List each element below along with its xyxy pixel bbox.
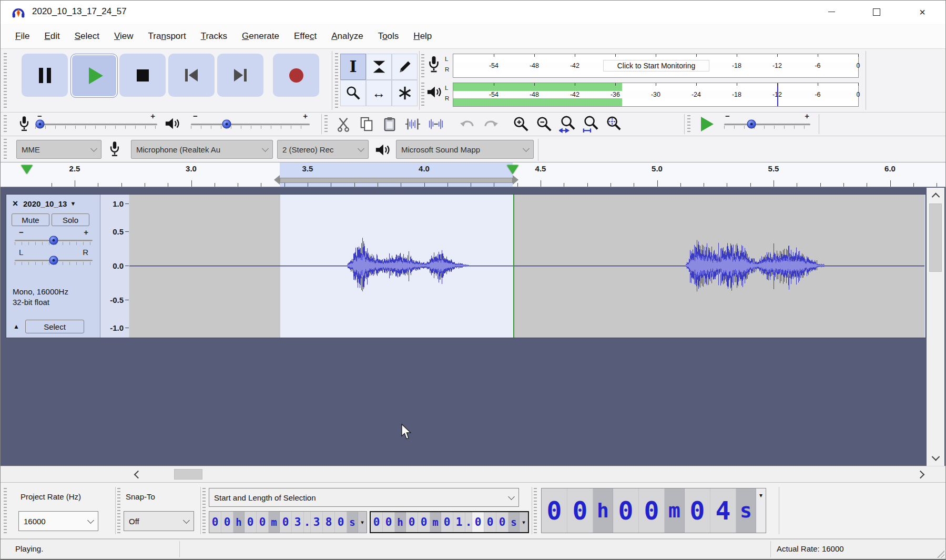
menu-generate[interactable]: Generate <box>235 31 287 42</box>
time-digit[interactable]: 0 <box>280 512 292 533</box>
monitor-hint[interactable]: Click to Start Monitoring <box>603 60 709 72</box>
slider-knob[interactable] <box>222 120 231 129</box>
menu-analyze[interactable]: Analyze <box>324 31 370 42</box>
envelope-tool-button[interactable] <box>366 54 392 80</box>
time-digit[interactable]: 0 <box>209 512 221 533</box>
menu-help[interactable]: Help <box>406 31 439 42</box>
time-digit[interactable]: 0 <box>335 512 347 533</box>
time-digit[interactable]: 0 <box>472 512 484 532</box>
time-digit[interactable]: 0 <box>484 512 496 532</box>
audio-host-dropdown[interactable]: MME <box>16 140 101 159</box>
time-digit[interactable]: 0 <box>613 488 639 533</box>
recording-device-dropdown[interactable]: Microphone (Realtek Au <box>131 140 273 159</box>
scroll-down-button[interactable] <box>929 453 942 463</box>
time-digit[interactable]: h <box>233 512 245 533</box>
selection-fields-grip[interactable] <box>202 488 206 533</box>
selection-start-field[interactable]: 00h00m03.380s▾ <box>209 511 367 533</box>
playback-volume-slider[interactable]: − + <box>191 113 310 131</box>
time-digit[interactable]: h <box>593 488 613 533</box>
stop-button[interactable] <box>119 54 166 97</box>
track-close-button[interactable]: × <box>9 198 21 209</box>
time-digit[interactable]: 0 <box>639 488 665 533</box>
paste-button[interactable] <box>378 113 401 135</box>
horizontal-scrollbar[interactable] <box>1 466 945 482</box>
draw-tool-button[interactable] <box>392 54 418 80</box>
playhead-marker[interactable] <box>507 165 518 174</box>
time-digit[interactable]: h <box>395 512 406 532</box>
selection-tool-button[interactable]: I <box>340 54 366 80</box>
silence-audio-button[interactable] <box>424 113 447 135</box>
selection-mode-dropdown[interactable]: Start and Length of Selection <box>209 488 519 507</box>
edit-toolbar-grip[interactable] <box>324 115 328 133</box>
selection-end-handle[interactable] <box>513 175 518 185</box>
tools-toolbar-grip[interactable] <box>335 53 338 108</box>
zoom-out-button[interactable] <box>533 113 556 135</box>
time-digit[interactable]: 0 <box>245 512 257 533</box>
maximize-button[interactable] <box>860 1 893 23</box>
waveform-canvas[interactable] <box>129 195 924 338</box>
time-format-dropdown-icon[interactable]: ▾ <box>358 512 367 533</box>
time-format-dropdown-icon[interactable]: ▾ <box>520 512 528 532</box>
time-digit[interactable]: 1 <box>453 512 465 532</box>
time-digit[interactable]: . <box>465 512 472 532</box>
time-digit[interactable]: 3 <box>292 512 304 533</box>
mute-button[interactable]: Mute <box>12 213 49 226</box>
transport-toolbar-grip[interactable] <box>4 53 7 108</box>
playback-meter-grip[interactable] <box>421 83 424 107</box>
recording-channels-dropdown[interactable]: 2 (Stereo) Rec <box>277 140 369 159</box>
selection-length-field[interactable]: 00h00m01.000s▾ <box>370 511 529 533</box>
selection-toolbar-grip[interactable] <box>4 488 7 533</box>
slider-knob[interactable] <box>36 120 45 129</box>
minimize-button[interactable] <box>815 1 848 23</box>
copy-button[interactable] <box>355 113 378 135</box>
snap-to-dropdown[interactable]: Off <box>124 511 194 531</box>
device-toolbar-grip[interactable] <box>4 139 7 160</box>
time-digit[interactable]: 4 <box>710 488 736 533</box>
zoom-fit-button[interactable] <box>579 113 602 135</box>
time-digit[interactable]: 0 <box>441 512 453 532</box>
pinned-playhead-toggle[interactable] <box>21 165 33 174</box>
close-button[interactable]: × <box>906 1 939 23</box>
time-digit[interactable]: 0 <box>418 512 430 532</box>
play-button[interactable] <box>70 54 118 98</box>
time-digit[interactable]: 0 <box>685 488 710 533</box>
time-digit[interactable]: . <box>304 512 311 533</box>
project-rate-dropdown[interactable]: 16000 <box>18 511 98 531</box>
time-digit[interactable]: 0 <box>383 512 395 532</box>
time-digit[interactable]: 0 <box>496 512 508 532</box>
vertical-scrollbar[interactable] <box>927 188 944 466</box>
time-digit[interactable]: s <box>736 488 756 533</box>
track-pan-slider[interactable]: L R <box>15 249 93 267</box>
timeline-ruler[interactable]: 2.53.03.54.04.55.05.56.0 <box>1 162 945 187</box>
menu-tools[interactable]: Tools <box>371 31 406 42</box>
recording-meter-grip[interactable] <box>421 54 424 78</box>
playback-meter[interactable]: -54-48-42-36-30-24-18-12-60 <box>453 83 859 107</box>
vertical-scroll-thumb[interactable] <box>929 203 942 272</box>
menu-select[interactable]: Select <box>67 31 107 42</box>
pause-button[interactable] <box>22 54 68 97</box>
scroll-left-button[interactable] <box>131 469 145 480</box>
scroll-up-button[interactable] <box>929 190 942 200</box>
record-button[interactable] <box>273 54 319 97</box>
recording-volume-slider[interactable]: − + <box>35 113 157 131</box>
play-at-speed-grip[interactable] <box>687 115 690 133</box>
cut-button[interactable] <box>332 113 355 135</box>
track-canvas-area[interactable]: × 2020_10_13 ▼ Mute Solo − + L R <box>1 187 945 466</box>
horizontal-scroll-thumb[interactable] <box>174 469 202 480</box>
play-at-speed-button[interactable] <box>696 113 719 135</box>
track-collapse-button[interactable]: ▲ <box>8 320 24 333</box>
time-digit[interactable]: m <box>430 512 441 532</box>
time-digit[interactable]: m <box>665 488 685 533</box>
track-gain-slider[interactable]: − + <box>15 229 93 247</box>
zoom-toggle-button[interactable] <box>602 113 625 135</box>
time-digit[interactable]: 0 <box>257 512 269 533</box>
slider-knob[interactable] <box>49 236 58 245</box>
time-digit[interactable]: m <box>269 512 280 533</box>
menu-transport[interactable]: Transport <box>141 31 194 42</box>
time-format-dropdown-icon[interactable]: ▾ <box>756 488 766 533</box>
track-title-menu[interactable]: 2020_10_13 ▼ <box>23 198 97 209</box>
time-shift-tool-button[interactable]: ↔ <box>366 80 392 106</box>
slider-knob[interactable] <box>747 120 756 129</box>
time-toolbar-grip[interactable] <box>534 488 537 533</box>
multi-tool-button[interactable] <box>392 80 418 106</box>
